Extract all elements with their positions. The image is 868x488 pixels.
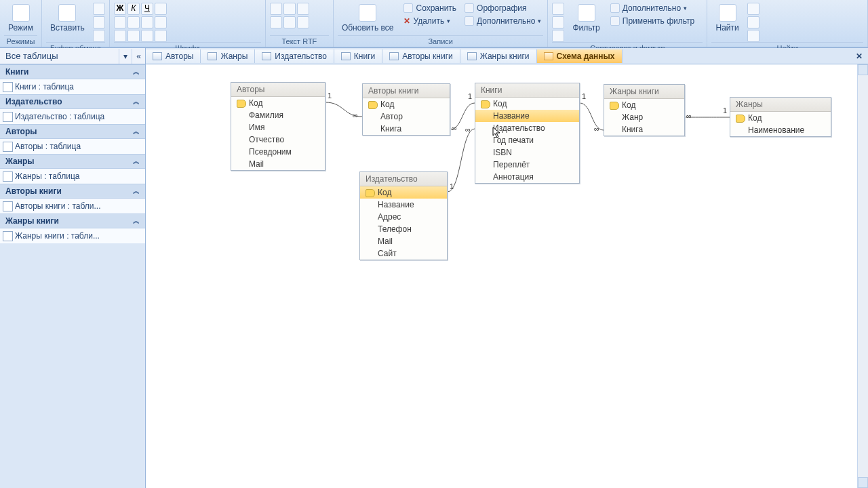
scroll-up-icon[interactable] xyxy=(858,64,868,75)
table-field[interactable]: Наименование xyxy=(730,124,831,136)
cut-icon[interactable] xyxy=(93,3,105,15)
nav-group-header[interactable]: Авторы︽ xyxy=(0,124,145,139)
table-field[interactable]: Имя xyxy=(231,121,325,134)
paste-button[interactable]: Вставить xyxy=(46,3,89,34)
sort-desc-icon[interactable] xyxy=(552,16,564,28)
advanced-filter-button[interactable]: Дополнительно▾ xyxy=(608,3,696,14)
align-left-icon[interactable] xyxy=(155,3,167,15)
tab-close[interactable]: ✕ xyxy=(850,52,868,61)
table-field[interactable]: Код xyxy=(475,98,579,110)
table-field[interactable]: Название xyxy=(360,199,447,211)
vertical-scrollbar[interactable] xyxy=(857,64,868,488)
table-field[interactable]: Код xyxy=(363,98,450,110)
nav-item[interactable]: Жанры : таблица xyxy=(0,169,145,184)
nav-collapse[interactable]: « xyxy=(132,49,145,64)
table-field[interactable]: Книга xyxy=(363,123,450,135)
table-title[interactable]: Книги xyxy=(475,83,579,98)
nav-group-header[interactable]: Издательство︽ xyxy=(0,94,145,109)
table-field[interactable]: Код xyxy=(730,112,831,124)
sort-asc-icon[interactable] xyxy=(552,3,564,15)
numbering-icon[interactable] xyxy=(283,3,296,15)
table-title[interactable]: Жанры книги xyxy=(604,85,684,99)
ltr-icon[interactable] xyxy=(297,3,309,15)
records-more-button[interactable]: Дополнительно▾ xyxy=(462,16,543,26)
align-center-icon[interactable] xyxy=(114,16,126,28)
nav-item[interactable]: Авторы книги : табли... xyxy=(0,199,145,214)
bullets-icon[interactable] xyxy=(270,3,282,15)
table-field[interactable]: ISBN xyxy=(475,146,579,159)
table-authors[interactable]: АвторыКодФамилияИмяОтчествоПсевдонимMail xyxy=(231,82,326,171)
border-icon[interactable] xyxy=(155,30,167,42)
table-field[interactable]: Фамилия xyxy=(231,109,325,121)
table-field[interactable]: Сайт xyxy=(360,247,447,260)
table-genres[interactable]: ЖанрыКодНаименование xyxy=(730,97,831,137)
table-field[interactable]: Псевдоним xyxy=(231,146,325,158)
table-field[interactable]: Жанр xyxy=(604,111,684,123)
find-button[interactable]: Найти xyxy=(711,3,743,34)
indent-inc-icon[interactable] xyxy=(283,16,296,28)
table-title[interactable]: Авторы xyxy=(231,83,325,97)
bold-button[interactable]: Ж xyxy=(114,3,126,15)
table-field[interactable]: Код xyxy=(360,186,447,199)
tab[interactable]: Авторы книги xyxy=(382,49,460,63)
relationships-canvas[interactable]: АвторыКодФамилияИмяОтчествоПсевдонимMail… xyxy=(146,64,857,488)
table-field[interactable]: Mail xyxy=(231,158,325,170)
table-books[interactable]: КнигиКодНазваниеИздательствоГод печатиIS… xyxy=(475,83,580,184)
table-field[interactable]: Отчество xyxy=(231,134,325,146)
table-field[interactable]: Переплёт xyxy=(475,159,579,171)
refresh-all-button[interactable]: Обновить все xyxy=(338,3,398,34)
table-authorsbooks[interactable]: Авторы книгиКодАвторКнига xyxy=(362,83,450,136)
nav-item[interactable]: Издательство : таблица xyxy=(0,109,145,124)
nav-group-header[interactable]: Жанры︽ xyxy=(0,154,145,169)
save-record-button[interactable]: Сохранить xyxy=(401,3,458,14)
nav-item[interactable]: Жанры книги : табли... xyxy=(0,228,145,243)
tab[interactable]: Жанры xyxy=(201,49,255,63)
gridlines-icon[interactable] xyxy=(141,30,153,42)
font-color-icon[interactable] xyxy=(114,30,126,42)
nav-group-header[interactable]: Книги︽ xyxy=(0,64,145,79)
nav-group-header[interactable]: Авторы книги︽ xyxy=(0,184,145,199)
table-genresbooks[interactable]: Жанры книгиКодЖанрКнига xyxy=(604,84,685,136)
table-field[interactable]: Название xyxy=(475,110,579,122)
tab[interactable]: Книги xyxy=(334,49,382,63)
tab[interactable]: Авторы xyxy=(146,49,201,63)
table-field[interactable]: Код xyxy=(604,99,684,111)
goto-icon[interactable] xyxy=(747,16,760,28)
tab[interactable]: Издательство xyxy=(255,49,334,63)
italic-button[interactable]: К xyxy=(127,3,140,15)
table-title[interactable]: Авторы книги xyxy=(363,84,450,98)
indent-dec-icon[interactable] xyxy=(270,16,282,28)
table-field[interactable]: Автор xyxy=(363,110,450,123)
tab-relationships[interactable]: Схема данных xyxy=(537,49,623,63)
table-field[interactable]: Mail xyxy=(360,235,447,247)
filter-button[interactable]: Фильтр xyxy=(568,3,604,34)
table-publisher[interactable]: ИздательствоКодНазваниеАдресТелефонMailС… xyxy=(359,171,448,260)
nav-item[interactable]: Книги : таблица xyxy=(0,79,145,94)
copy-icon[interactable] xyxy=(93,16,105,28)
table-field[interactable]: Код xyxy=(231,97,325,109)
grid-icon[interactable] xyxy=(141,16,153,28)
alt-row-icon[interactable] xyxy=(155,16,167,28)
nav-dropdown[interactable]: ▾ xyxy=(119,49,132,64)
fill-color-icon[interactable] xyxy=(127,30,140,42)
table-title[interactable]: Издательство xyxy=(360,172,447,186)
spelling-button[interactable]: Орфография xyxy=(462,3,543,14)
table-title[interactable]: Жанры xyxy=(730,98,831,112)
view-button[interactable]: Режим xyxy=(4,3,37,34)
nav-title[interactable]: Все таблицы xyxy=(0,48,119,64)
tab[interactable]: Жанры книги xyxy=(460,49,537,63)
table-field[interactable]: Год печати xyxy=(475,134,579,146)
table-field[interactable]: Адрес xyxy=(360,211,447,223)
delete-record-button[interactable]: ✕Удалить▾ xyxy=(401,16,458,26)
select-icon[interactable] xyxy=(747,30,760,42)
table-field[interactable]: Телефон xyxy=(360,223,447,235)
clear-sort-icon[interactable] xyxy=(552,30,564,42)
format-painter-icon[interactable] xyxy=(93,30,105,42)
nav-item[interactable]: Авторы : таблица xyxy=(0,139,145,154)
nav-group-header[interactable]: Жанры книги︽ xyxy=(0,214,145,228)
replace-icon[interactable] xyxy=(747,3,760,15)
scroll-down-icon[interactable] xyxy=(858,477,868,488)
underline-button[interactable]: Ч xyxy=(141,3,153,15)
apply-filter-button[interactable]: Применить фильтр xyxy=(608,16,696,26)
table-field[interactable]: Книга xyxy=(604,123,684,136)
